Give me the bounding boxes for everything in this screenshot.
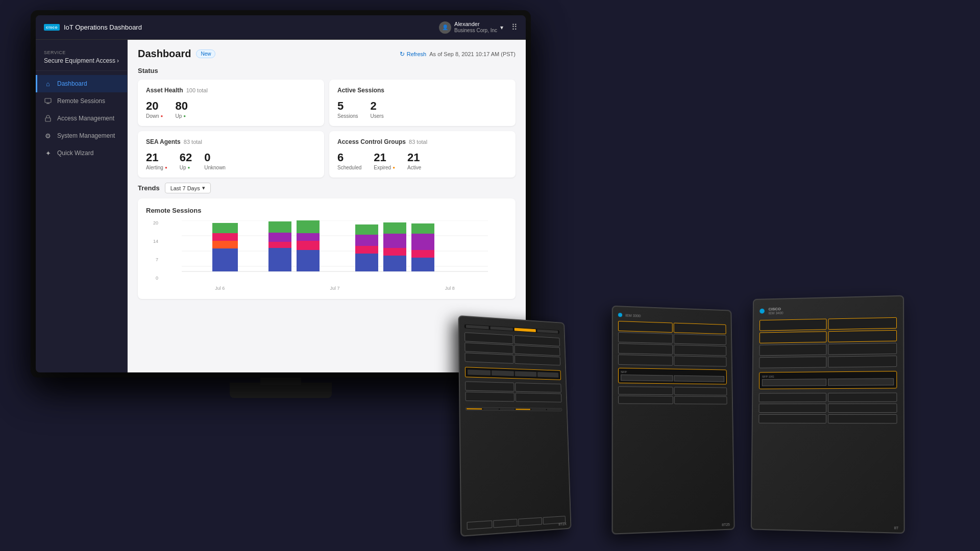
gear-icon: ⚙ [44, 132, 52, 140]
sidebar-item-label: Dashboard [57, 80, 87, 87]
remote-sessions-icon [44, 97, 52, 105]
svg-rect-25 [383, 234, 406, 248]
sea-up-value: 62 [180, 152, 192, 164]
expired-value: 21 [374, 152, 395, 164]
svg-rect-13 [268, 233, 291, 242]
unknown-metric: 0 Unknown [204, 152, 226, 170]
filter-label: Last 7 Days [170, 185, 200, 191]
chart-title: Remote Sessions [146, 207, 507, 214]
svg-rect-30 [411, 250, 434, 258]
sea-agents-title: SEA Agents 83 total [146, 138, 316, 145]
trends-filter-button[interactable]: Last 7 Days ▾ [165, 183, 211, 193]
sidebar-service: Service Secure Equipment Access › [36, 46, 127, 71]
x-label-jul7: Jul 7 [330, 286, 339, 291]
y-axis: 20 14 7 0 [146, 220, 158, 291]
sidebar-item-label: Access Management [57, 115, 114, 122]
green-dot-icon: ● [188, 165, 190, 170]
svg-rect-12 [268, 221, 291, 233]
new-badge: New [196, 49, 215, 58]
sidebar-item-label: System Management [57, 132, 115, 139]
svg-rect-29 [411, 234, 434, 250]
asset-up-label: Up ● [175, 113, 187, 119]
green-dot-icon: ● [183, 114, 186, 118]
unknown-value: 0 [204, 152, 226, 164]
svg-rect-16 [297, 220, 320, 233]
cisco-badge: cisco [44, 24, 60, 31]
sidebar-item-label: Quick Wizard [57, 149, 93, 157]
alerting-label: Alerting ● [146, 165, 167, 170]
sidebar: Service Secure Equipment Access › ⌂ Dash… [36, 40, 128, 372]
trends-header: Trends Last 7 Days ▾ [138, 183, 516, 193]
svg-rect-11 [212, 248, 238, 271]
wizard-icon: ✦ [44, 149, 52, 157]
app-title: IoT Operations Dashboard [64, 23, 142, 31]
asset-down-metric: 20 Down ● [146, 100, 163, 119]
sidebar-service-label: Service [44, 50, 119, 55]
svg-rect-21 [355, 235, 378, 246]
svg-rect-2 [45, 118, 51, 121]
active-value: 21 [407, 152, 421, 164]
chart-card: Remote Sessions 20 14 7 0 [138, 198, 516, 299]
red-dot-icon: ● [165, 165, 167, 170]
svg-rect-20 [355, 224, 378, 235]
page-title: Dashboard [138, 48, 191, 60]
sessions-value: 5 [337, 100, 358, 112]
svg-rect-23 [355, 254, 378, 271]
users-value: 2 [371, 100, 384, 112]
alerting-value: 21 [146, 152, 167, 164]
sea-up-label: Up ● [180, 165, 192, 170]
sidebar-service-name[interactable]: Secure Equipment Access › [44, 57, 119, 64]
svg-rect-9 [212, 233, 238, 241]
orange-dot-icon: ● [393, 165, 395, 170]
scheduled-metric: 6 Scheduled [337, 152, 361, 170]
asset-health-title: Asset Health 100 total [146, 87, 316, 94]
sea-up-metric: 62 Up ● [180, 152, 192, 170]
sidebar-item-remote-sessions[interactable]: Remote Sessions [36, 92, 127, 110]
alerting-metric: 21 Alerting ● [146, 152, 167, 170]
active-sessions-title: Active Sessions [337, 87, 507, 94]
grid-icon[interactable]: ⠿ [511, 22, 518, 32]
scheduled-label: Scheduled [337, 165, 361, 170]
sidebar-item-quick-wizard[interactable]: ✦ Quick Wizard [36, 144, 127, 162]
app-layout: Service Secure Equipment Access › ⌂ Dash… [36, 40, 526, 372]
chevron-down-icon: ▾ [500, 24, 503, 31]
access-control-card: Access Control Groups 83 total 6 Schedul… [329, 131, 516, 178]
bar-chart [162, 220, 507, 282]
svg-rect-14 [268, 242, 291, 248]
app-logo: cisco IoT Operations Dashboard [44, 23, 142, 31]
cards-grid: Asset Health 100 total 20 Down ● [138, 80, 516, 178]
expired-metric: 21 Expired ● [374, 152, 395, 170]
sidebar-item-access-management[interactable]: Access Management [36, 110, 127, 127]
user-company: Business Corp, Inc [454, 28, 497, 34]
x-label-jul6: Jul 6 [215, 286, 225, 291]
lock-icon [44, 114, 52, 122]
asset-health-total: 100 total [186, 87, 208, 93]
asset-down-value: 20 [146, 100, 163, 112]
svg-rect-24 [383, 222, 406, 234]
timestamp: As of Sep 8, 2021 10:17 AM (PST) [429, 51, 516, 57]
top-bar-right: 👤 Alexander Business Corp, Inc ▾ ⠿ [439, 21, 518, 34]
sessions-label: Sessions [337, 113, 358, 119]
expired-label: Expired ● [374, 165, 395, 170]
user-info[interactable]: 👤 Alexander Business Corp, Inc ▾ [439, 21, 503, 34]
svg-rect-18 [297, 241, 320, 250]
sidebar-item-dashboard[interactable]: ⌂ Dashboard [36, 75, 127, 92]
sidebar-item-system-management[interactable]: ⚙ System Management [36, 127, 127, 144]
svg-rect-19 [297, 250, 320, 271]
svg-rect-27 [383, 256, 406, 271]
refresh-button[interactable]: ↻ Refresh [400, 51, 427, 58]
trends-title: Trends [138, 184, 160, 192]
home-icon: ⌂ [44, 80, 52, 88]
users-metric: 2 Users [371, 100, 384, 119]
sea-agents-card: SEA Agents 83 total 21 Alerting ● [138, 131, 324, 178]
active-sessions-card: Active Sessions 5 Sessions 2 Users [329, 80, 516, 126]
refresh-icon: ↻ [400, 51, 405, 58]
access-control-total: 83 total [409, 139, 427, 145]
svg-rect-15 [268, 248, 291, 271]
top-bar: cisco IoT Operations Dashboard 👤 Alexand… [36, 15, 526, 40]
x-label-jul8: Jul 8 [445, 286, 455, 291]
page-header: Dashboard New ↻ Refresh As of Sep 8, 202… [138, 48, 516, 60]
red-dot-icon: ● [161, 114, 163, 118]
main-content: Dashboard New ↻ Refresh As of Sep 8, 202… [128, 40, 526, 372]
active-label: Active [407, 165, 421, 170]
